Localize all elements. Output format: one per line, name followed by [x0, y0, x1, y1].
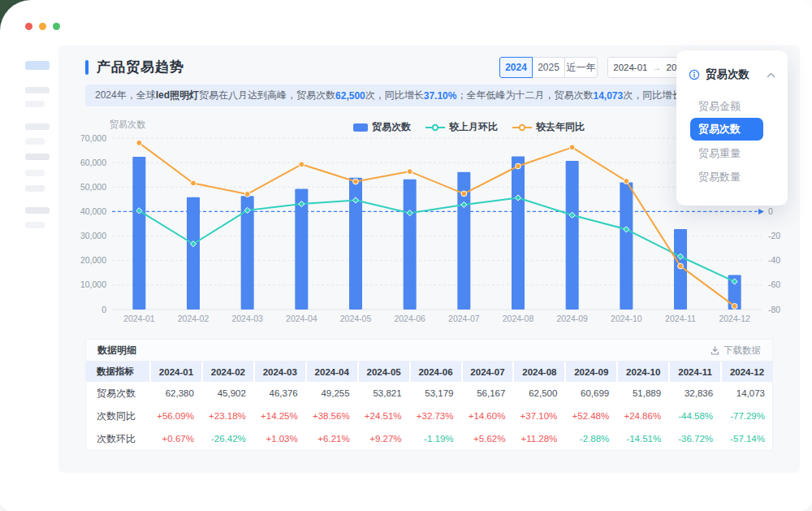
- period-tab-近一年[interactable]: 近一年: [564, 57, 598, 78]
- x-axis-label: 2024-04: [286, 314, 317, 323]
- dropdown-option-贸易次数[interactable]: 贸易次数: [690, 118, 763, 141]
- banner-segment: 贸易在八月达到高峰，贸易次数: [199, 89, 335, 102]
- point-较去年同比-2024-01[interactable]: [136, 140, 142, 145]
- bar-2024-02[interactable]: [187, 197, 200, 310]
- zero-line-arrow: [758, 209, 764, 214]
- table-cell: +56.09%: [149, 405, 201, 427]
- x-axis-label: 2024-08: [503, 314, 534, 323]
- table-row-label-次数同比: 次数同比: [86, 405, 149, 427]
- left-axis-tick: 20,000: [80, 255, 106, 265]
- point-较去年同比-2024-07[interactable]: [461, 191, 467, 197]
- date-range-start: 2024-01: [613, 63, 647, 72]
- table-col-header-2024-06: 2024-06: [409, 362, 461, 382]
- line-较上月环比[interactable]: [136, 195, 738, 284]
- point-较去年同比-2024-02[interactable]: [191, 180, 197, 186]
- point-较去年同比-2024-04[interactable]: [299, 162, 304, 167]
- point-较去年同比-2024-10[interactable]: [624, 179, 629, 184]
- table-cell: -77.29%: [720, 405, 772, 427]
- bar-2024-08[interactable]: [512, 157, 525, 310]
- table-cell: -2.88%: [564, 427, 616, 450]
- point-较去年同比-2024-08[interactable]: [516, 163, 521, 169]
- point-较去年同比-2024-05[interactable]: [353, 179, 359, 184]
- period-tab-group: 20242025近一年: [499, 57, 598, 78]
- table-cell: 60,699: [564, 382, 616, 405]
- x-axis-label: 2024-01: [123, 314, 155, 323]
- table-cell: 45,902: [201, 382, 253, 405]
- table-cell: +37.10%: [512, 405, 564, 427]
- table-col-header-2024-03: 2024-03: [253, 362, 305, 382]
- metric-dropdown-trigger[interactable]: 贸易次数: [676, 65, 788, 84]
- table-cell: -1.19%: [409, 427, 461, 450]
- x-axis-label: 2024-09: [556, 314, 588, 323]
- sidebar-item-placeholder: [25, 154, 50, 160]
- table-cell: -36.72%: [668, 427, 720, 450]
- date-range-arrow-icon: →: [653, 63, 662, 72]
- table-cell: 32,836: [668, 382, 720, 405]
- title-accent-bar: [85, 60, 89, 75]
- left-axis-tick: 30,000: [80, 231, 106, 240]
- banner-segment: 次，同比增长: [365, 89, 424, 102]
- bar-2024-09[interactable]: [566, 161, 579, 310]
- metric-dropdown-label: 贸易次数: [706, 67, 761, 82]
- metric-dropdown-options: 贸易金额贸易次数贸易重量贸易数量: [676, 94, 788, 188]
- sidebar-item-placeholder: [25, 87, 50, 93]
- table-col-header-2024-10: 2024-10: [616, 362, 668, 382]
- period-tab-2025[interactable]: 2025: [532, 57, 565, 78]
- table-col-header-2024-02: 2024-02: [201, 362, 253, 382]
- bar-2024-10[interactable]: [620, 183, 633, 310]
- left-axis-tick: 10,000: [80, 279, 106, 289]
- sidebar-item-placeholder: [25, 138, 45, 145]
- metric-dropdown-panel: 贸易次数 贸易金额贸易次数贸易重量贸易数量: [676, 50, 788, 206]
- table-cell: -57.14%: [720, 427, 772, 450]
- sidebar-item-placeholder: [25, 222, 45, 228]
- table-cell: +32.73%: [409, 405, 461, 427]
- point-较去年同比-2024-11[interactable]: [678, 263, 684, 269]
- table-col-header-2024-12: 2024-12: [720, 362, 772, 382]
- table-cell: 14,073: [720, 382, 772, 405]
- table-row-label-次数环比: 次数环比: [86, 427, 149, 450]
- sidebar-item-active-placeholder: [25, 61, 50, 70]
- table-cell: +24.86%: [616, 405, 668, 427]
- dropdown-option-贸易数量[interactable]: 贸易数量: [676, 165, 788, 188]
- bars-贸易次数[interactable]: [132, 157, 741, 310]
- point-较去年同比-2024-06[interactable]: [407, 169, 412, 175]
- table-col-header-2024-08: 2024-08: [512, 362, 564, 382]
- table-cell: +0.67%: [149, 427, 201, 450]
- banner-segment: 2024年，全球: [95, 89, 156, 102]
- sidebar-item-placeholder: [25, 101, 45, 107]
- chevron-up-icon: [767, 72, 775, 78]
- table-col-header-2024-09: 2024-09: [564, 362, 616, 382]
- right-axis-tick: 0: [768, 206, 773, 216]
- banner-segment: led照明灯: [156, 89, 199, 102]
- close-window-button[interactable]: [25, 23, 32, 30]
- bar-2024-06[interactable]: [404, 180, 417, 310]
- table-cell: -14.51%: [616, 427, 668, 450]
- table-cell: +14.60%: [461, 405, 513, 427]
- table-col-header-2024-04: 2024-04: [305, 362, 357, 382]
- table-cell: +11.28%: [512, 427, 564, 450]
- right-axis-tick: -40: [768, 255, 780, 265]
- table-cell: +38.56%: [305, 405, 357, 427]
- table-cell: +24.51%: [357, 405, 409, 427]
- table-cell: +6.21%: [305, 427, 357, 450]
- point-较去年同比-2024-12[interactable]: [732, 304, 737, 310]
- banner-segment: ；全年低峰为十二月，贸易次数: [456, 89, 593, 102]
- point-较去年同比-2024-03[interactable]: [244, 192, 250, 197]
- line-较去年同比[interactable]: [136, 140, 737, 309]
- x-axis-label: 2024-11: [665, 314, 696, 323]
- table-cell: 49,255: [305, 382, 357, 405]
- dropdown-option-贸易金额[interactable]: 贸易金额: [676, 94, 788, 118]
- dropdown-option-贸易重量[interactable]: 贸易重量: [676, 141, 788, 165]
- point-较去年同比-2024-09[interactable]: [569, 145, 575, 150]
- table-cell: +52.48%: [564, 405, 616, 427]
- bar-2024-01[interactable]: [132, 157, 145, 310]
- data-detail-card: 数据明细 下载数据 数据指标2024-012024-022024-032024-…: [85, 339, 773, 451]
- period-tab-2024[interactable]: 2024: [499, 57, 533, 78]
- sidebar-item-placeholder: [25, 185, 45, 192]
- x-axis-label: 2024-07: [448, 314, 480, 323]
- minimize-window-button[interactable]: [39, 23, 46, 30]
- maximize-window-button[interactable]: [53, 23, 60, 30]
- left-axis-tick: 0: [102, 305, 106, 314]
- download-data-button[interactable]: 下载数据: [710, 344, 761, 357]
- table-cell: -44.58%: [668, 405, 720, 427]
